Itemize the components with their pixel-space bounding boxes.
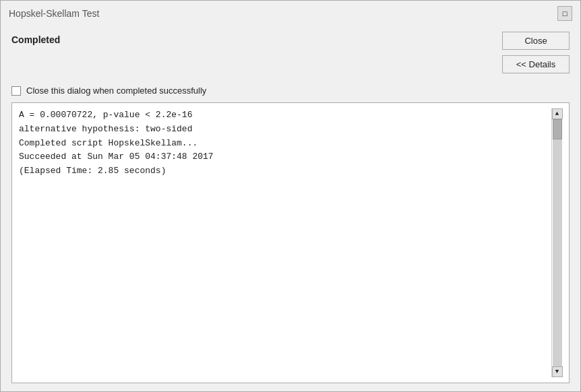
scrollbar: ▲ ▼ xyxy=(551,108,562,377)
scroll-up-button[interactable]: ▲ xyxy=(552,108,563,119)
output-box: A = 0.00070722, p-value < 2.2e-16 altern… xyxy=(11,102,570,383)
status-row: Completed Close << Details xyxy=(11,32,570,73)
close-dialog-checkbox[interactable] xyxy=(11,86,21,96)
close-button[interactable]: Close xyxy=(502,32,570,50)
title-bar-controls: □ xyxy=(557,6,572,21)
output-text: A = 0.00070722, p-value < 2.2e-16 altern… xyxy=(19,108,551,377)
button-group: Close << Details xyxy=(502,32,570,73)
checkbox-row: Close this dialog when completed success… xyxy=(11,86,570,96)
checkbox-label[interactable]: Close this dialog when completed success… xyxy=(26,86,206,96)
scroll-thumb[interactable] xyxy=(553,119,562,139)
details-button[interactable]: << Details xyxy=(502,55,570,73)
dialog-window: Hopskel-Skellam Test □ Completed Close <… xyxy=(0,0,581,392)
dialog-title: Hopskel-Skellam Test xyxy=(9,8,99,19)
dialog-body: Completed Close << Details Close this di… xyxy=(1,24,580,391)
close-window-button[interactable]: □ xyxy=(557,6,572,21)
status-label: Completed xyxy=(11,34,60,45)
scroll-down-button[interactable]: ▼ xyxy=(552,366,563,377)
title-bar: Hopskel-Skellam Test □ xyxy=(1,1,580,24)
scroll-track[interactable] xyxy=(553,119,562,366)
